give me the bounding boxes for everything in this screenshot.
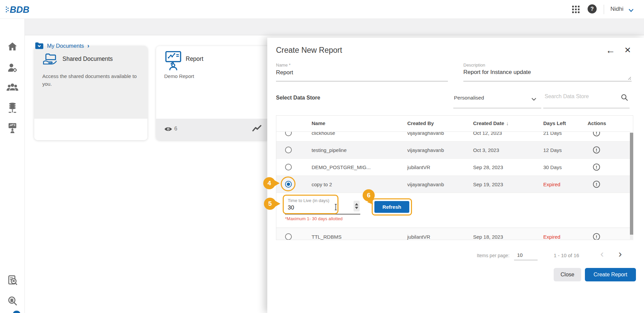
cell-created-by: vijayaraghavanb — [407, 132, 444, 136]
ttl-hint-text: *Maximum 1- 30 days allotted — [285, 216, 342, 221]
name-label: Name * — [276, 63, 290, 68]
report-card[interactable]: Report Demo Report 6 — [156, 46, 269, 140]
annotation-badge-6: 6 — [363, 189, 375, 201]
notification-count-badge: 13 — [13, 311, 20, 313]
sidebar: 13 — [0, 19, 25, 313]
scrollbar-thumb[interactable] — [630, 133, 633, 235]
chevron-down-icon[interactable] — [629, 7, 634, 13]
annotation-badge-5: 5 — [264, 198, 276, 210]
refresh-button[interactable]: Refresh — [374, 201, 409, 213]
search-underline — [543, 108, 630, 108]
items-per-page-label: Items per page: — [477, 253, 509, 258]
items-per-page-underline — [514, 260, 538, 260]
home-icon[interactable] — [0, 42, 25, 51]
table-row-clip: TTL_RDBMS jubilantVR Sep 18, 2023 Expire… — [276, 228, 630, 240]
close-button[interactable]: Close — [554, 268, 581, 281]
info-icon[interactable] — [593, 233, 600, 240]
search-icon[interactable] — [620, 93, 629, 103]
document-search-icon[interactable] — [0, 275, 25, 286]
cell-days-left: Expired — [543, 182, 560, 187]
ttl-expanded-section: Time to Live (in days) *Maximum 1- 30 da… — [276, 193, 630, 228]
report-board-icon[interactable] — [0, 122, 25, 133]
cell-created-by: vijayaraghavanb — [407, 182, 444, 187]
apps-grid-icon[interactable] — [572, 5, 580, 13]
radio-button[interactable] — [285, 147, 292, 153]
table-row[interactable]: clickhouse vijayaraghavanb Oct 12, 2023 … — [276, 132, 630, 142]
table-row[interactable]: DEMO_POSTGRE_MIG... jubilantVR Sep 28, 2… — [276, 159, 630, 176]
header-created-date[interactable]: Created Date↓ — [473, 120, 509, 126]
cell-created-by: jubilantVR — [407, 164, 430, 170]
report-icon — [164, 51, 182, 72]
create-report-button[interactable]: Create Report — [585, 268, 636, 281]
number-stepper[interactable] — [354, 201, 360, 211]
cell-name: copy to 2 — [312, 182, 332, 187]
screen: BDB Nidhi My Documents › — [0, 0, 644, 313]
ttl-input[interactable] — [288, 204, 328, 211]
cell-name: testing_pipeline — [312, 147, 347, 153]
back-icon[interactable]: ← — [606, 45, 615, 56]
description-underline — [463, 81, 632, 81]
cell-created-by: vijayaraghavanb — [407, 147, 444, 153]
radio-button[interactable] — [285, 132, 292, 136]
name-field[interactable] — [276, 69, 437, 76]
description-field[interactable] — [463, 69, 621, 76]
card-footer: 6 — [156, 119, 269, 140]
shared-folder-icon — [42, 53, 59, 68]
data-center-icon[interactable] — [0, 102, 25, 113]
create-report-panel: Create New Report ← × Name * Description… — [267, 38, 644, 313]
description-label: Description — [463, 63, 485, 68]
info-icon[interactable] — [593, 147, 600, 154]
cell-created-date: Sep 19, 2023 — [473, 182, 503, 187]
logo-text: BDB — [10, 5, 30, 15]
radio-button[interactable] — [285, 164, 292, 170]
top-bar: BDB Nidhi — [0, 0, 644, 19]
card-title: Shared Documents — [62, 55, 113, 63]
help-icon[interactable] — [588, 4, 597, 13]
filter-underline — [453, 108, 541, 108]
topbar-divider — [604, 5, 604, 14]
info-icon[interactable] — [593, 181, 600, 188]
user-groups-icon[interactable] — [0, 83, 25, 92]
table-row[interactable]: TTL_RDBMS jubilantVR Sep 18, 2023 Expire… — [276, 228, 630, 240]
datastore-search-input[interactable] — [545, 93, 618, 100]
datastore-filter-select[interactable]: Personalised — [454, 95, 484, 101]
ttl-label: Time to Live (in days) — [288, 198, 329, 203]
resize-handle-icon[interactable] — [627, 75, 631, 81]
cell-created-date: Oct 3, 2023 — [473, 147, 499, 153]
card-footer — [34, 119, 147, 140]
table-row-selected[interactable]: copy to 2 vijayaraghavanb Sep 19, 2023 E… — [276, 176, 630, 193]
prev-page-icon[interactable]: ‹ — [600, 248, 604, 260]
name-underline — [276, 81, 448, 81]
annotation-radio-ring — [281, 177, 295, 191]
views-eye-icon — [164, 126, 172, 133]
chevron-down-icon[interactable] — [531, 96, 537, 102]
cell-created-date: Sep 18, 2023 — [473, 234, 503, 239]
header-name: Name — [312, 120, 325, 126]
shared-documents-card[interactable]: Shared Documents Access the shared docum… — [34, 46, 147, 140]
next-page-icon[interactable]: › — [618, 248, 622, 260]
card-subtitle: Demo Report — [164, 72, 194, 80]
cell-name: TTL_RDBMS — [312, 234, 341, 239]
items-per-page-select[interactable]: 10 — [517, 252, 523, 258]
section-title: Select Data Store — [276, 95, 320, 101]
sort-desc-icon: ↓ — [506, 120, 509, 126]
header-created-by: Created By — [407, 120, 434, 126]
cell-days-left: 21 Days — [543, 132, 562, 136]
folder-chevron-icon — [35, 42, 44, 49]
radio-button[interactable] — [285, 233, 292, 240]
app-logo[interactable]: BDB — [5, 3, 34, 17]
chart-type-icon[interactable] — [252, 125, 262, 134]
panel-title: Create New Report — [276, 46, 342, 55]
close-icon[interactable]: × — [625, 44, 631, 56]
card-description: Access the shared documents available to… — [42, 72, 141, 88]
user-settings-icon[interactable] — [0, 63, 25, 73]
table-row[interactable]: testing_pipeline vijayaraghavanb Oct 3, … — [276, 142, 630, 159]
info-icon[interactable] — [593, 132, 600, 136]
data-search-icon[interactable] — [0, 296, 25, 306]
cell-name: DEMO_POSTGRE_MIG... — [312, 164, 371, 170]
breadcrumb[interactable]: My Documents › — [35, 42, 89, 49]
pagination-range: 1 - 10 of 16 — [554, 252, 579, 258]
table-scrollbar[interactable] — [630, 132, 633, 240]
user-menu[interactable]: Nidhi — [610, 6, 624, 12]
info-icon[interactable] — [593, 164, 600, 171]
